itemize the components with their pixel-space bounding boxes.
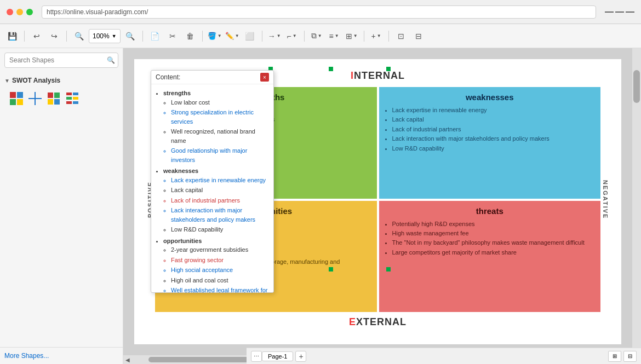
more-icon: +	[371, 32, 376, 41]
separator	[364, 31, 364, 42]
connector-button[interactable]: → ▼	[267, 28, 282, 44]
handle-tr[interactable]	[386, 67, 391, 71]
separator	[304, 31, 305, 42]
arrange-chevron: ▼	[318, 33, 322, 38]
more-button[interactable]: + ▼	[369, 28, 384, 44]
maximize-dot[interactable]	[26, 9, 33, 15]
list-item: Strong specialization in electric servic…	[171, 108, 269, 126]
separator	[388, 31, 389, 42]
url-text: https://online.visual-paradigm.com/	[47, 8, 148, 16]
swot-icon-1[interactable]	[9, 91, 24, 106]
zoom-value: 100%	[93, 32, 110, 40]
svg-rect-6	[48, 93, 53, 98]
svg-rect-1	[17, 92, 23, 98]
canvas-inner[interactable]: INTERNAL POSITIVE strengths Low labor co…	[134, 59, 621, 344]
page-1-tab[interactable]: Page-1	[262, 351, 293, 361]
scroll-left-arrow[interactable]: ◀	[123, 357, 132, 363]
add-page-button[interactable]: +	[295, 351, 306, 362]
handle-br[interactable]	[386, 267, 391, 271]
url-bar[interactable]: https://online.visual-paradigm.com/	[42, 5, 596, 19]
list-item: Lack of industrial partners	[392, 125, 596, 134]
list-item: Good relationship with major investors	[171, 146, 269, 164]
separator	[262, 31, 262, 42]
vertical-scroll-thumb[interactable]	[633, 70, 640, 103]
canvas-area: INTERNAL POSITIVE strengths Low labor co…	[123, 48, 641, 364]
arrange-button[interactable]: ⧉ ▼	[309, 28, 324, 44]
separator	[66, 31, 67, 42]
chevron-down-icon: ▼	[4, 78, 10, 84]
copy-button[interactable]: 📄	[147, 28, 163, 44]
browser-menu[interactable]	[605, 10, 634, 14]
save-button[interactable]: 💾	[4, 28, 20, 44]
list-item: Potentially high R&D expenses	[392, 220, 596, 228]
svg-rect-15	[73, 101, 78, 104]
weaknesses-group: weaknesses Lack expertise in renewable e…	[163, 166, 269, 234]
negative-label: NEGATIVE	[600, 87, 610, 312]
main-layout: 🔍 ▼ SWOT Analysis	[0, 48, 641, 364]
swot-section-label: SWOT Analysis	[12, 77, 60, 84]
shape-button[interactable]: ⬜	[242, 28, 257, 44]
list-item: Lack capital	[392, 115, 596, 124]
content-panel-header: Content: ×	[151, 71, 273, 84]
toggle-left-panel-button[interactable]: ⊞	[608, 351, 621, 362]
toolbar: 💾 ↩ ↪ 🔍 100% ▼ 🔍 📄 ✂ 🗑 🪣 ▼ ✏️ ▼ ⬜ → ▼ ⌐ …	[0, 24, 641, 48]
line-color-button[interactable]: ✏️ ▼	[225, 28, 240, 44]
separator	[142, 31, 143, 42]
list-item: High oil and coal cost	[171, 276, 269, 285]
zoom-in-button[interactable]: 🔍	[123, 28, 138, 44]
content-panel: Content: × strengths Low labor cost Stro…	[151, 70, 274, 293]
svg-rect-9	[54, 99, 60, 105]
group-button[interactable]: ⊞ ▼	[344, 28, 359, 44]
list-item: Low labor cost	[171, 98, 269, 107]
strengths-group: strengths Low labor cost Strong speciali…	[163, 89, 269, 164]
content-panel-title: Content:	[156, 73, 180, 81]
swot-icon-3[interactable]	[46, 91, 61, 106]
sidebar: 🔍 ▼ SWOT Analysis	[0, 48, 123, 364]
weaknesses-title: weaknesses	[385, 93, 596, 102]
swot-icon-2[interactable]	[27, 91, 43, 106]
shape-icons-row	[4, 86, 118, 111]
align-chevron: ▼	[335, 33, 339, 38]
list-item: Lack expertise in renewable energy	[392, 106, 596, 114]
sidebar-toggle-buttons: ⊞ ⊟	[608, 351, 637, 362]
swot-section-header[interactable]: ▼ SWOT Analysis	[4, 74, 118, 86]
close-dot[interactable]	[7, 9, 13, 15]
list-item: Lack interaction with major stakeholders…	[392, 135, 596, 143]
list-item: Lack interaction with major stakeholders…	[171, 206, 269, 224]
list-item: High waste management fee	[392, 229, 596, 238]
panel-toggle-button[interactable]: ⊡	[393, 28, 409, 44]
handle-tc[interactable]	[329, 67, 333, 71]
browser-chrome: https://online.visual-paradigm.com/	[0, 0, 641, 24]
content-panel-body[interactable]: strengths Low labor cost Strong speciali…	[151, 84, 273, 292]
align-icon: ≡	[329, 32, 334, 41]
sidebar-toggle-button[interactable]: ⊟	[411, 28, 426, 44]
list-item: Well recognized, national brand name	[171, 127, 269, 145]
minimize-dot[interactable]	[16, 9, 23, 15]
list-item: Well established legal framework for sto…	[171, 286, 269, 292]
toggle-right-panel-button[interactable]: ⊟	[623, 351, 637, 362]
undo-button[interactable]: ↩	[29, 28, 44, 44]
separator	[24, 31, 25, 42]
handle-bc[interactable]	[329, 267, 333, 271]
cut-button[interactable]: ✂	[165, 28, 180, 44]
align-button[interactable]: ≡ ▼	[327, 28, 342, 44]
content-panel-close-button[interactable]: ×	[260, 73, 269, 82]
list-item: Lack expertise in renewable energy	[171, 176, 269, 185]
fill-icon: 🪣	[208, 32, 216, 40]
more-shapes-link[interactable]: More Shapes...	[0, 347, 123, 364]
list-item: High social acceptance	[171, 265, 269, 275]
svg-rect-13	[73, 97, 78, 100]
zoom-out-button[interactable]: 🔍	[71, 28, 87, 44]
search-input[interactable]	[4, 53, 118, 68]
vertical-scrollbar[interactable]	[632, 48, 641, 355]
svg-rect-7	[54, 93, 60, 98]
external-highlight: E	[349, 316, 356, 327]
elbow-connector-button[interactable]: ⌐ ▼	[284, 28, 300, 44]
zoom-control[interactable]: 100% ▼	[89, 29, 121, 43]
threats-title: threats	[385, 206, 596, 216]
delete-button[interactable]: 🗑	[182, 28, 198, 44]
swot-icon-4[interactable]	[65, 91, 80, 106]
redo-button[interactable]: ↪	[47, 28, 62, 44]
fill-color-button[interactable]: 🪣 ▼	[207, 28, 222, 44]
page-options-button[interactable]: ⋯	[251, 351, 262, 362]
